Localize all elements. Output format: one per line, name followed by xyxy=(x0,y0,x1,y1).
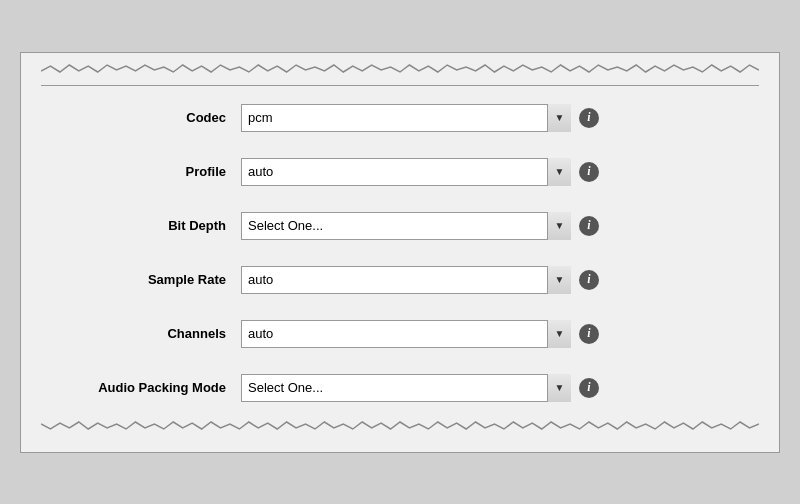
select-wrapper-profile: autolowhigh▼ xyxy=(241,158,571,186)
label-audio-packing-mode: Audio Packing Mode xyxy=(41,380,241,395)
audio-panel: Codecpcmaacmp3ac3▼iProfileautolowhigh▼iB… xyxy=(20,52,780,453)
control-wrapper-profile: autolowhigh▼i xyxy=(241,158,759,186)
select-channels[interactable]: auto126 xyxy=(241,320,571,348)
form-row-codec: Codecpcmaacmp3ac3▼i xyxy=(41,96,759,140)
select-wrapper-channels: auto126▼ xyxy=(241,320,571,348)
select-wrapper-sample-rate: auto441004800096000▼ xyxy=(241,266,571,294)
control-wrapper-channels: auto126▼i xyxy=(241,320,759,348)
control-wrapper-codec: pcmaacmp3ac3▼i xyxy=(241,104,759,132)
select-wrapper-audio-packing-mode: Select One...packedunpacked▼ xyxy=(241,374,571,402)
info-icon-sample-rate[interactable]: i xyxy=(579,270,599,290)
select-sample-rate[interactable]: auto441004800096000 xyxy=(241,266,571,294)
info-icon-profile[interactable]: i xyxy=(579,162,599,182)
info-icon-bit-depth[interactable]: i xyxy=(579,216,599,236)
label-bit-depth: Bit Depth xyxy=(41,218,241,233)
panel-title xyxy=(41,79,759,86)
control-wrapper-sample-rate: auto441004800096000▼i xyxy=(241,266,759,294)
control-wrapper-audio-packing-mode: Select One...packedunpacked▼i xyxy=(241,374,759,402)
label-channels: Channels xyxy=(41,326,241,341)
select-audio-packing-mode[interactable]: Select One...packedunpacked xyxy=(241,374,571,402)
select-codec[interactable]: pcmaacmp3ac3 xyxy=(241,104,571,132)
info-icon-channels[interactable]: i xyxy=(579,324,599,344)
form-row-sample-rate: Sample Rateauto441004800096000▼i xyxy=(41,258,759,302)
select-wrapper-codec: pcmaacmp3ac3▼ xyxy=(241,104,571,132)
form-row-audio-packing-mode: Audio Packing ModeSelect One...packedunp… xyxy=(41,366,759,410)
label-sample-rate: Sample Rate xyxy=(41,272,241,287)
jagged-bottom-decoration xyxy=(41,420,759,432)
control-wrapper-bit-depth: Select One...8162432▼i xyxy=(241,212,759,240)
form-row-profile: Profileautolowhigh▼i xyxy=(41,150,759,194)
info-icon-audio-packing-mode[interactable]: i xyxy=(579,378,599,398)
select-wrapper-bit-depth: Select One...8162432▼ xyxy=(241,212,571,240)
label-profile: Profile xyxy=(41,164,241,179)
info-icon-codec[interactable]: i xyxy=(579,108,599,128)
select-bit-depth[interactable]: Select One...8162432 xyxy=(241,212,571,240)
jagged-top-decoration xyxy=(41,63,759,75)
form-row-bit-depth: Bit DepthSelect One...8162432▼i xyxy=(41,204,759,248)
label-codec: Codec xyxy=(41,110,241,125)
form-row-channels: Channelsauto126▼i xyxy=(41,312,759,356)
form-fields: Codecpcmaacmp3ac3▼iProfileautolowhigh▼iB… xyxy=(41,96,759,410)
select-profile[interactable]: autolowhigh xyxy=(241,158,571,186)
